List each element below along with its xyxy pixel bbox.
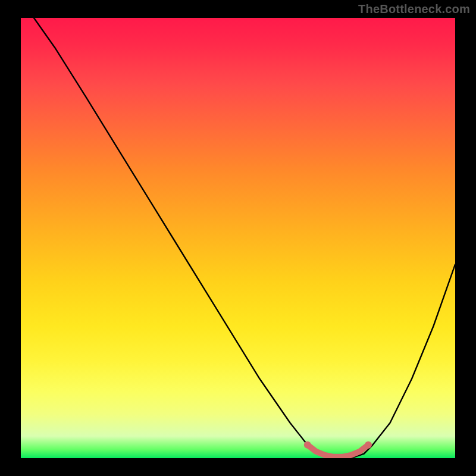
watermark: TheBottleneck.com [358, 2, 470, 16]
bottleneck-curve [21, 18, 455, 458]
sweet-spot-end-dot [365, 441, 372, 449]
plot-area [21, 18, 455, 458]
chart-container: TheBottleneck.com [0, 0, 476, 476]
sweet-spot-start-dot [304, 441, 311, 449]
chart-svg [21, 18, 455, 458]
